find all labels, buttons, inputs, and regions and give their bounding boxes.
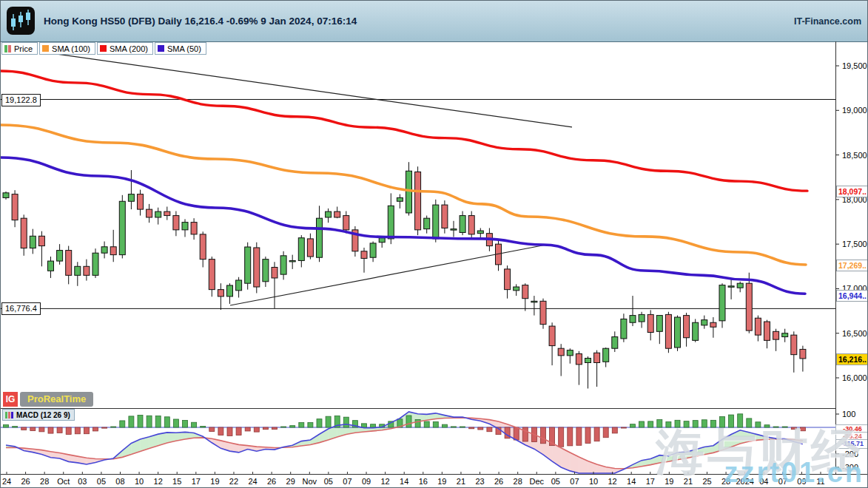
legend-sma50-tab[interactable]: SMA (50): [155, 42, 206, 55]
candle-body: [433, 205, 439, 239]
macd-histogram-bar: [102, 427, 107, 428]
macd-histogram-bar: [183, 420, 188, 427]
candle-body: [702, 320, 707, 325]
macd-histogram-bar: [236, 427, 241, 436]
sma100-value-badge: 17,269..: [836, 260, 868, 271]
x-axis-label: 26: [494, 477, 503, 486]
macd-histogram-bar: [729, 415, 734, 427]
x-axis-label: 21: [457, 477, 465, 486]
macd-signal-line: [6, 418, 803, 469]
macd-histogram-bar: [111, 427, 116, 427]
candle-body: [57, 251, 63, 261]
macd-histogram-bar: [343, 417, 349, 427]
macd-histogram-bar: [227, 427, 232, 436]
chart-canvas[interactable]: 19,50019,00018,50018,00017,50017,00016,5…: [1, 1, 868, 488]
candle-body: [128, 194, 134, 202]
legend-sma50-label: SMA (50): [167, 44, 201, 53]
candle-body: [326, 211, 332, 217]
candle-body: [334, 211, 340, 217]
candle-body: [263, 260, 269, 282]
x-axis-label: 07: [778, 477, 787, 486]
price-tick-label: 19,000: [842, 106, 867, 115]
x-axis-label: 29: [286, 477, 295, 486]
level-label-upper: 19,122.8: [1, 94, 41, 106]
candle-body: [460, 216, 465, 233]
candle-body: [675, 317, 681, 348]
legend-sma200-tab[interactable]: SMA (200): [97, 42, 153, 55]
macd-histogram-bar: [4, 425, 9, 427]
candle-body: [531, 301, 537, 302]
macd-histogram-bar: [75, 427, 80, 434]
candle-body: [656, 316, 662, 332]
macd-histogram-bar: [13, 427, 18, 427]
x-axis-label: 15: [172, 477, 181, 486]
macd-histogram-bar: [263, 427, 268, 430]
macd-histogram-bar: [281, 427, 286, 427]
candle-body: [21, 218, 27, 248]
macd-histogram-bar: [800, 427, 805, 431]
x-axis-label: 24: [248, 477, 257, 486]
candle-body: [298, 238, 304, 261]
macd-histogram-bar: [791, 427, 796, 430]
header-bar: Hong Kong HS50 (DFB) Daily 16,216.4 -0.6…: [1, 1, 868, 41]
price-tick-label: 16,500: [842, 329, 867, 338]
macd-histogram-bar: [209, 427, 215, 432]
price-tick-label: 17,500: [842, 240, 867, 248]
x-axis-label: 26: [267, 477, 276, 486]
x-axis-label: 05: [324, 477, 333, 486]
macd-histogram-bar: [173, 419, 178, 427]
x-axis-label: 16: [419, 477, 428, 486]
macd-histogram-bar: [371, 424, 376, 427]
candle-body: [200, 234, 206, 260]
candle-body: [693, 322, 699, 340]
chart-window: Hong Kong HS50 (DFB) Daily 16,216.4 -0.6…: [0, 0, 868, 488]
candle-body: [92, 253, 98, 275]
macd-histogram-bar: [720, 417, 725, 427]
macd-tick-label: -300: [842, 463, 858, 472]
candle-body: [567, 350, 573, 356]
x-axis-label: 05: [97, 477, 106, 486]
macd-histogram-bar: [362, 424, 367, 427]
macd-histogram-bar: [773, 427, 778, 427]
macd-indicator-tab[interactable]: MACD (12 26 9): [2, 409, 75, 421]
macd-indicator-label: MACD (12 26 9): [16, 411, 70, 419]
candle-body: [415, 172, 421, 229]
candle-body: [38, 236, 44, 245]
macd-histogram-bar: [594, 427, 599, 441]
macd-tick-label: -200: [842, 450, 858, 458]
candle-body: [209, 260, 215, 290]
candle-body: [3, 193, 9, 198]
candle-body: [101, 247, 107, 253]
macd-histogram-bar: [317, 419, 322, 427]
candle-body: [728, 286, 734, 288]
macd-histogram-bar: [702, 420, 707, 427]
candle-body: [289, 260, 295, 262]
macd-histogram-bar: [666, 422, 671, 427]
price-tick-label: 16,000: [842, 373, 867, 382]
candle-body: [388, 206, 394, 239]
macd-histogram-bar: [630, 424, 636, 427]
candle-body: [647, 314, 653, 332]
candle-body: [782, 333, 788, 337]
sma200-value-badge: 18,097..: [836, 186, 868, 197]
macd-histogram-bar: [415, 419, 420, 427]
macd-histogram-bar: [84, 427, 89, 434]
app-logo-icon[interactable]: [7, 7, 35, 35]
macd-histogram-bar: [30, 427, 36, 430]
macd-histogram-bar: [764, 425, 770, 427]
candle-body: [218, 290, 223, 296]
x-axis-label: 22: [229, 477, 238, 486]
legend-price-tab[interactable]: Price: [1, 42, 38, 55]
candle-body: [254, 248, 260, 287]
x-axis-label: 17: [646, 477, 655, 486]
macd-histogram-bar: [308, 423, 313, 427]
macd-histogram-bar: [299, 423, 304, 427]
price-tick-label: 19,500: [842, 61, 867, 70]
candle-body: [361, 251, 367, 259]
macd-histogram-bar: [218, 427, 223, 435]
macd-histogram-bar: [603, 427, 608, 438]
candle-body: [343, 216, 349, 230]
x-axis-label: 21: [684, 477, 693, 486]
legend-sma100-tab[interactable]: SMA (100): [39, 42, 95, 55]
candle-body: [227, 285, 233, 296]
